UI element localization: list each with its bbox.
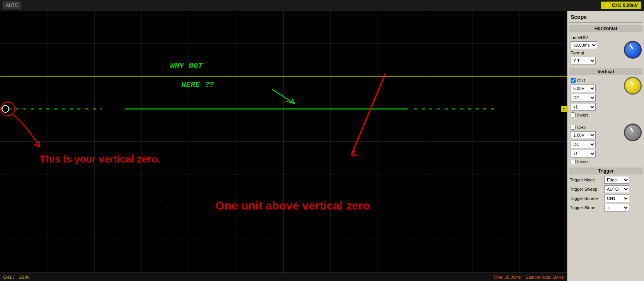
ch1-volt-row[interactable]: 5.00V 2.00V 1.00V 500mV xyxy=(571,85,621,92)
ch1-top-value: 0.00uV xyxy=(623,3,638,8)
top-bar: AUTO ⚡ CH1 0.00uV xyxy=(0,0,644,11)
ch2-probe-select[interactable]: x1 x10 x100 xyxy=(571,150,596,157)
right-panel: Scope Horizontal Time/DIV 50.00ms 10.00m… xyxy=(567,11,644,281)
scope-display: CH1 : 5.00V Time: 50.00ms Sample Rate: 1… xyxy=(0,11,567,281)
auto-label: AUTO xyxy=(3,2,21,9)
format-row: Format xyxy=(571,51,621,55)
trigger-sweep-select[interactable]: AUTO Normal Single xyxy=(604,185,629,193)
format-label: Format xyxy=(571,51,598,55)
ch1-knob[interactable] xyxy=(624,77,642,95)
panel-title: Scope xyxy=(569,12,642,23)
trigger-mode-row[interactable]: Trigger Mode Edge Pulse xyxy=(570,176,642,184)
ch1-invert-checkbox[interactable] xyxy=(571,112,576,117)
horizontal-knob-indicator xyxy=(630,44,634,49)
ch1-volt-select[interactable]: 5.00V 2.00V 1.00V 500mV xyxy=(571,85,596,92)
format-select[interactable]: Y-T X-Y xyxy=(571,57,596,64)
ch1-checkbox-row[interactable]: CH1 xyxy=(571,78,621,83)
trigger-slope-label: Trigger Slope xyxy=(570,205,603,210)
right-status: Time: 50.00ms Sample Rate: 1MHz xyxy=(493,275,564,279)
scope-canvas xyxy=(0,11,567,273)
ch-separator xyxy=(570,121,642,121)
trigger-mode-label: Trigger Mode xyxy=(570,178,603,182)
trigger-slope-row[interactable]: Trigger Slope + - xyxy=(570,204,642,212)
vertical-section-header: Vertical xyxy=(569,68,642,75)
ch2-coupling-select[interactable]: DC AC GND xyxy=(571,140,596,148)
ch1-invert-row[interactable]: Invert xyxy=(571,112,621,117)
time-div-label: Time/DIV xyxy=(571,35,598,40)
main-area: CH1 : 5.00V Time: 50.00ms Sample Rate: 1… xyxy=(0,11,644,281)
trigger-sweep-row[interactable]: Trigger Sweep AUTO Normal Single xyxy=(570,185,642,193)
ch2-probe-row[interactable]: x1 x10 x100 xyxy=(571,150,621,157)
ch2-checkbox-row[interactable]: CH2 xyxy=(571,125,621,130)
ch1-status-volt: 5.00V xyxy=(19,275,30,279)
horizontal-knob[interactable] xyxy=(624,41,642,59)
format-select-row[interactable]: Y-T X-Y xyxy=(571,57,621,64)
time-div-row: Time/DIV xyxy=(571,35,621,40)
ch1-probe-select[interactable]: x1 x10 x100 xyxy=(571,103,596,111)
ch2-volt-select[interactable]: 1.00V 500mV 2.00V xyxy=(571,131,596,139)
ch1-checkbox[interactable] xyxy=(571,78,576,83)
horizontal-section-header: Horizontal xyxy=(569,25,642,32)
trigger-slope-select[interactable]: + - xyxy=(604,204,629,212)
trigger-source-label: Trigger Source xyxy=(570,196,603,201)
ch2-invert-label: Invert xyxy=(577,159,588,164)
ch2-volt-row[interactable]: 1.00V 500mV 2.00V xyxy=(571,131,621,139)
left-status: CH1 : 5.00V xyxy=(3,275,30,279)
ch2-invert-checkbox[interactable] xyxy=(571,159,576,164)
time-div-select[interactable]: 50.00ms 10.00ms 1.00ms 100us xyxy=(571,41,597,49)
time-div-select-row[interactable]: 50.00ms 10.00ms 1.00ms 100us xyxy=(571,41,621,49)
ch1-coupling-select[interactable]: DC AC GND xyxy=(571,94,596,102)
ch1-status-label: CH1 : xyxy=(3,275,14,279)
trigger-mode-select[interactable]: Edge Pulse xyxy=(604,176,629,184)
ch2-checkbox-label: CH2 xyxy=(577,125,586,130)
trigger-source-select[interactable]: CH1 CH2 EXT xyxy=(604,195,629,202)
ch1-probe-row[interactable]: x1 x10 x100 xyxy=(571,103,621,111)
status-bar: CH1 : 5.00V Time: 50.00ms Sample Rate: 1… xyxy=(0,273,567,281)
ch1-indicator: ⚡ CH1 0.00uV xyxy=(601,2,641,9)
ch1-coupling-row[interactable]: DC AC GND xyxy=(571,94,621,102)
time-status: Time: 50.00ms xyxy=(493,275,521,279)
trigger-source-row[interactable]: Trigger Source CH1 CH2 EXT xyxy=(570,195,642,202)
grid-area xyxy=(0,11,567,273)
ch2-invert-row[interactable]: Invert xyxy=(571,159,621,164)
ch2-knob-indicator xyxy=(630,127,634,132)
ch2-checkbox[interactable] xyxy=(571,125,576,130)
ch1-checkbox-label: CH1 xyxy=(577,78,586,83)
ch1-knob-indicator xyxy=(630,80,634,85)
sample-rate-status: Sample Rate: 1MHz xyxy=(526,275,564,279)
ch2-knob[interactable] xyxy=(624,124,642,141)
trigger-sweep-label: Trigger Sweep xyxy=(570,187,603,191)
ch1-top-label: CH1 xyxy=(612,3,621,8)
trigger-section-header: Trigger xyxy=(569,168,642,174)
lightning-icon: ⚡ xyxy=(604,2,610,8)
ch2-coupling-row[interactable]: DC AC GND xyxy=(571,140,621,148)
ch1-invert-label: Invert xyxy=(577,113,588,117)
